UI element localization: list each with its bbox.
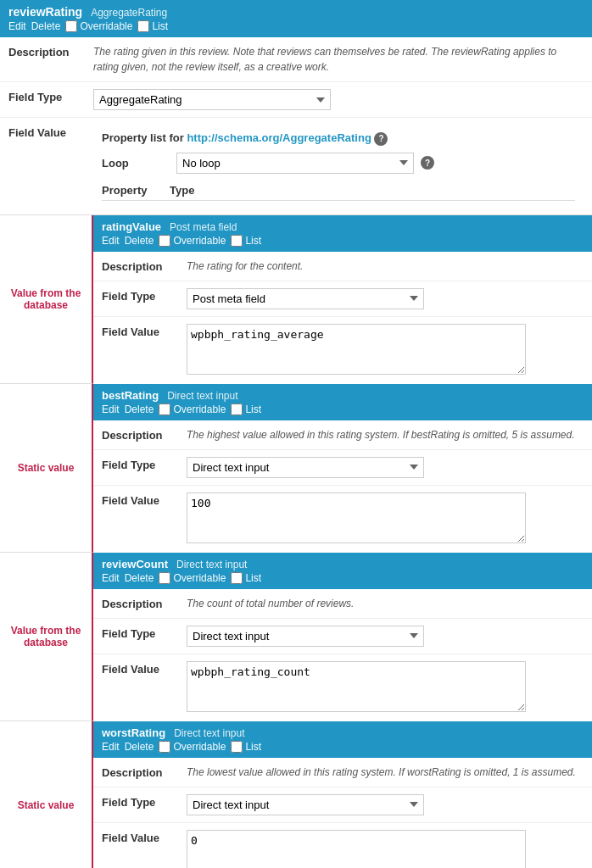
field-type-row: Field Type AggregateRating (0, 82, 592, 118)
sub-desc-text-ratingValue: The rating for the content. (187, 260, 303, 272)
sub-overridable-cb-reviewCount[interactable] (159, 572, 170, 584)
sub-list-label-bestRating[interactable]: List (231, 403, 261, 415)
sub-desc-row-reviewCount: Description The count of total number of… (93, 589, 592, 619)
sub-list-label-reviewCount[interactable]: List (231, 572, 261, 584)
sub-ft-row-bestRating: Field Type Direct text input (93, 450, 592, 486)
property-list-header: Property list for http://schema.org/Aggr… (102, 131, 575, 146)
main-header: reviewRating AggregateRating Edit Delete… (0, 0, 592, 37)
sub-name-worstRating: worstRating (102, 726, 165, 739)
sub-edit-reviewCount[interactable]: Edit (102, 572, 120, 584)
sub-delete-bestRating[interactable]: Delete (125, 403, 154, 415)
sub-body-bestRating: Description The highest value allowed in… (93, 420, 592, 553)
main-field-type: AggregateRating (91, 7, 167, 19)
sub-ft-content-worstRating: Direct text input (187, 794, 584, 815)
sub-overridable-label-ratingValue[interactable]: Overridable (159, 235, 226, 247)
sub-fv-textarea-bestRating[interactable]: 100 (187, 492, 526, 543)
sub-content-ratingValue: ratingValue Post meta field Edit Delete … (93, 215, 592, 384)
sub-content-bestRating: bestRating Direct text input Edit Delete… (93, 384, 592, 553)
field-type-label: Field Type (8, 89, 93, 103)
sub-list-cb-worstRating[interactable] (231, 741, 243, 753)
main-overridable-checkbox[interactable] (65, 20, 77, 32)
sub-fv-textarea-worstRating[interactable]: 0 (187, 830, 526, 869)
sub-fv-label-ratingValue: Field Value (102, 324, 187, 338)
sub-actions-reviewCount: Edit Delete Overridable List (102, 572, 584, 584)
sub-header-reviewCount: reviewCount Direct text input Edit Delet… (93, 553, 592, 589)
side-label-ratingValue: Value from the database (0, 215, 93, 384)
sub-fv-label-worstRating: Field Value (102, 830, 187, 844)
main-list-checkbox-label[interactable]: List (137, 20, 168, 32)
sub-ft-row-reviewCount: Field Type Direct text input (93, 619, 592, 654)
sub-desc-content-ratingValue: The rating for the content. (187, 259, 584, 274)
sub-ft-label-worstRating: Field Type (102, 794, 187, 809)
loop-help-icon[interactable]: ? (421, 156, 434, 170)
description-label: Description (8, 44, 93, 58)
property-list-link[interactable]: http://schema.org/AggregateRating (187, 131, 371, 144)
sub-ft-content-ratingValue: Post meta field (187, 288, 584, 309)
sub-fv-textarea-ratingValue[interactable]: wpbph_rating_average (187, 324, 526, 375)
main-edit-link[interactable]: Edit (8, 20, 26, 32)
sub-ft-select-worstRating[interactable]: Direct text input (187, 794, 424, 815)
sub-edit-worstRating[interactable]: Edit (102, 741, 120, 753)
sub-overridable-text-ratingValue: Overridable (173, 235, 226, 247)
sub-overridable-cb-bestRating[interactable] (159, 403, 170, 415)
sub-actions-bestRating: Edit Delete Overridable List (102, 403, 584, 415)
sub-overridable-label-bestRating[interactable]: Overridable (159, 403, 226, 415)
prop-table-header: Property Type (102, 181, 575, 201)
sub-overridable-cb-worstRating[interactable] (159, 741, 170, 753)
sub-desc-text-bestRating: The highest value allowed in this rating… (187, 429, 575, 441)
field-type-content: AggregateRating (93, 89, 584, 110)
sub-fv-content-worstRating: 0 (187, 830, 584, 869)
sub-list-cb-ratingValue[interactable] (231, 235, 243, 247)
sub-overridable-text-worstRating: Overridable (173, 741, 226, 753)
sub-ft-label-reviewCount: Field Type (102, 626, 187, 640)
sub-fv-label-reviewCount: Field Value (102, 661, 187, 676)
sub-fv-textarea-reviewCount[interactable]: wpbph_rating_count (187, 661, 526, 712)
sub-list-label-worstRating[interactable]: List (231, 741, 261, 753)
sub-name-bestRating: bestRating (102, 389, 159, 402)
sub-overridable-label-worstRating[interactable]: Overridable (159, 741, 226, 753)
sub-list-text-reviewCount: List (245, 572, 261, 584)
sub-desc-label-worstRating: Description (102, 765, 187, 779)
sub-list-cb-bestRating[interactable] (231, 403, 243, 415)
main-overridable-checkbox-label[interactable]: Overridable (65, 20, 132, 32)
sub-desc-row-ratingValue: Description The rating for the content. (93, 252, 592, 281)
sub-list-text-worstRating: List (245, 741, 261, 753)
sub-actions-worstRating: Edit Delete Overridable List (102, 741, 584, 753)
sub-list-text-bestRating: List (245, 403, 261, 415)
help-icon[interactable]: ? (374, 132, 388, 146)
sub-body-worstRating: Description The lowest value allowed in … (93, 758, 592, 869)
sub-overridable-cb-ratingValue[interactable] (159, 235, 170, 247)
sub-list-label-ratingValue[interactable]: List (231, 235, 261, 247)
sub-overridable-label-reviewCount[interactable]: Overridable (159, 572, 226, 584)
description-content: The rating given in this review. Note th… (93, 44, 584, 75)
main-actions: Edit Delete Overridable List (8, 20, 584, 32)
sub-desc-text-worstRating: The lowest value allowed in this rating … (187, 766, 576, 778)
sub-body-reviewCount: Description The count of total number of… (93, 589, 592, 721)
property-list-text: Property list for (102, 131, 187, 144)
description-section: Description The rating given in this rev… (0, 37, 592, 215)
main-delete-link[interactable]: Delete (31, 20, 61, 32)
sub-ft-select-bestRating[interactable]: Direct text input (187, 457, 424, 478)
sub-fv-row-bestRating: Field Value 100 (93, 486, 592, 553)
sub-ft-select-reviewCount[interactable]: Direct text input (187, 626, 424, 647)
sub-delete-reviewCount[interactable]: Delete (125, 572, 154, 584)
sub-ft-label-ratingValue: Field Type (102, 288, 187, 303)
sub-field-row-ratingValue: Value from the database ratingValue Post… (0, 215, 592, 384)
sub-body-ratingValue: Description The rating for the content. … (93, 252, 592, 384)
sub-content-worstRating: worstRating Direct text input Edit Delet… (93, 721, 592, 869)
sub-ft-content-bestRating: Direct text input (187, 457, 584, 478)
sub-actions-ratingValue: Edit Delete Overridable List (102, 235, 584, 247)
sub-overridable-text-bestRating: Overridable (173, 403, 226, 415)
description-text: The rating given in this review. Note th… (93, 46, 556, 73)
main-list-checkbox[interactable] (137, 20, 149, 32)
sub-ft-content-reviewCount: Direct text input (187, 626, 584, 647)
sub-list-cb-reviewCount[interactable] (231, 572, 243, 584)
sub-delete-ratingValue[interactable]: Delete (125, 235, 154, 247)
loop-select[interactable]: No loop (176, 153, 414, 174)
sub-edit-ratingValue[interactable]: Edit (102, 235, 120, 247)
sub-ft-select-ratingValue[interactable]: Post meta field (187, 288, 424, 309)
field-type-select[interactable]: AggregateRating (93, 89, 331, 110)
sub-delete-worstRating[interactable]: Delete (125, 741, 154, 753)
sub-edit-bestRating[interactable]: Edit (102, 403, 120, 415)
sub-fields-container: Value from the database ratingValue Post… (0, 215, 592, 869)
